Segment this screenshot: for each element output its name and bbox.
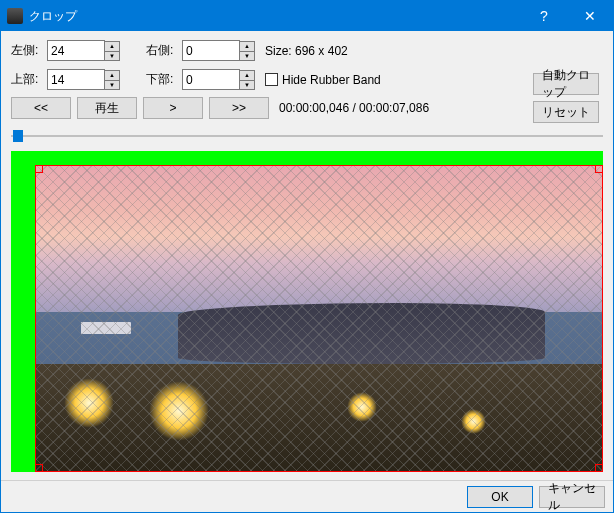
- auto-crop-button[interactable]: 自動クロップ: [533, 73, 599, 95]
- ok-button[interactable]: OK: [467, 486, 533, 508]
- right-input[interactable]: [182, 40, 240, 61]
- bottom-spin-down[interactable]: ▼: [239, 80, 255, 90]
- left-label: 左側:: [11, 42, 41, 59]
- hide-rubber-band-label: Hide Rubber Band: [282, 73, 381, 87]
- right-spin-down[interactable]: ▼: [239, 51, 255, 61]
- right-label: 右側:: [146, 42, 176, 59]
- slider-track: [11, 135, 603, 137]
- slider-thumb[interactable]: [13, 130, 23, 142]
- dialog-footer: OK キャンセル: [1, 480, 613, 512]
- fast-forward-button[interactable]: >>: [209, 97, 269, 119]
- step-forward-button[interactable]: >: [143, 97, 203, 119]
- left-spin-up[interactable]: ▲: [104, 41, 120, 51]
- crop-handle-bl[interactable]: [35, 464, 43, 472]
- reset-button[interactable]: リセット: [533, 101, 599, 123]
- play-button[interactable]: 再生: [77, 97, 137, 119]
- crop-handle-br[interactable]: [595, 464, 603, 472]
- app-icon: [7, 8, 23, 24]
- bottom-input[interactable]: [182, 69, 240, 90]
- side-buttons: 自動クロップ リセット: [533, 73, 599, 123]
- timecode: 00:00:00,046 / 00:00:07,086: [279, 101, 429, 115]
- top-label: 上部:: [11, 71, 41, 88]
- right-spin-up[interactable]: ▲: [239, 41, 255, 51]
- rewind-button[interactable]: <<: [11, 97, 71, 119]
- size-text: Size: 696 x 402: [265, 44, 348, 58]
- left-spin-down[interactable]: ▼: [104, 51, 120, 61]
- bottom-label: 下部:: [146, 71, 176, 88]
- help-button[interactable]: ?: [521, 1, 567, 31]
- crop-rectangle[interactable]: [35, 165, 603, 472]
- crop-inputs: 左側: ▲ ▼ 右側: ▲ ▼ Size: 696 x 402: [11, 39, 603, 143]
- preview-area[interactable]: [11, 151, 603, 472]
- close-button[interactable]: ✕: [567, 1, 613, 31]
- hide-rubber-band-checkbox[interactable]: [265, 73, 278, 86]
- position-slider[interactable]: [11, 129, 603, 143]
- cancel-button[interactable]: キャンセル: [539, 486, 605, 508]
- crop-handle-tl[interactable]: [35, 165, 43, 173]
- top-spin-down[interactable]: ▼: [104, 80, 120, 90]
- titlebar: クロップ ? ✕: [1, 1, 613, 31]
- top-spin-up[interactable]: ▲: [104, 70, 120, 80]
- playback-controls: << 再生 > >> 00:00:00,046 / 00:00:07,086: [11, 97, 603, 119]
- crop-handle-tr[interactable]: [595, 165, 603, 173]
- crop-dialog: クロップ ? ✕ 左側: ▲ ▼ 右側: ▲ ▼: [0, 0, 614, 513]
- client-area: 左側: ▲ ▼ 右側: ▲ ▼ Size: 696 x 402: [1, 31, 613, 480]
- left-input[interactable]: [47, 40, 105, 61]
- bottom-spin-up[interactable]: ▲: [239, 70, 255, 80]
- top-input[interactable]: [47, 69, 105, 90]
- window-title: クロップ: [29, 8, 521, 25]
